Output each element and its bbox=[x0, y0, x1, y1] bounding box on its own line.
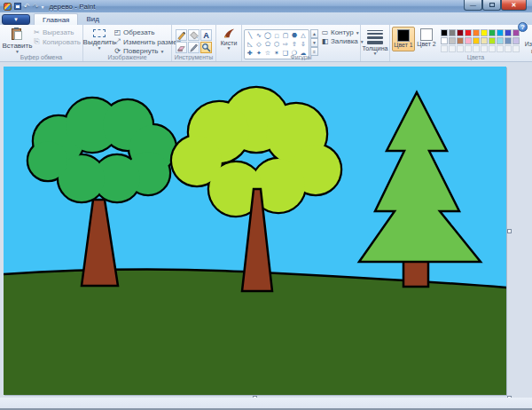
shapes-scroll-down-icon[interactable]: ▼ bbox=[310, 38, 318, 47]
palette-swatch-empty[interactable] bbox=[473, 45, 480, 52]
palette-swatch[interactable] bbox=[512, 37, 520, 44]
tools-group: A Инструменты bbox=[172, 25, 216, 61]
image-group-label: Изображение bbox=[83, 54, 171, 60]
color1-swatch bbox=[397, 29, 410, 42]
shape-8-icon[interactable]: ◇ bbox=[254, 40, 263, 49]
palette-swatch-empty[interactable] bbox=[449, 45, 456, 52]
shape-11-icon[interactable]: ⇨ bbox=[281, 40, 290, 49]
color1-button[interactable]: Цвет 1 bbox=[392, 27, 415, 51]
resize-icon: ⤢ bbox=[113, 37, 121, 46]
paint-app-icon[interactable] bbox=[4, 3, 12, 11]
palette-swatch-empty[interactable] bbox=[512, 45, 520, 52]
maximize-button[interactable] bbox=[482, 0, 501, 11]
palette-swatch[interactable] bbox=[473, 37, 480, 44]
drawing-canvas[interactable] bbox=[4, 67, 506, 395]
palette-swatch[interactable] bbox=[449, 29, 456, 36]
tab-home[interactable]: Главная bbox=[34, 13, 78, 25]
palette-swatch-empty[interactable] bbox=[457, 45, 464, 52]
undo-icon[interactable]: ↶ bbox=[24, 3, 30, 11]
palette-swatch-empty[interactable] bbox=[497, 45, 504, 52]
cut-button[interactable]: ✂ Вырезать bbox=[33, 28, 81, 36]
qat-dropdown-icon[interactable]: ▾ bbox=[41, 4, 43, 10]
palette-swatch[interactable] bbox=[441, 37, 448, 44]
file-menu-button[interactable]: ▼ bbox=[2, 14, 30, 25]
tab-view[interactable]: Вид bbox=[78, 13, 106, 25]
shape-7-icon[interactable]: ◺ bbox=[246, 40, 254, 49]
palette-swatch[interactable] bbox=[497, 29, 504, 36]
fill-button[interactable]: ◧ Заливка ▼ bbox=[321, 37, 364, 45]
tools-group-label: Инструменты bbox=[172, 54, 215, 60]
outline-button[interactable]: ▭ Контур ▼ bbox=[321, 28, 364, 36]
shapes-scrollbar: ▲ ▼ ≡ bbox=[310, 29, 318, 56]
status-bar bbox=[0, 398, 532, 408]
palette-swatch[interactable] bbox=[497, 37, 504, 44]
palette-swatch[interactable] bbox=[489, 29, 496, 36]
eraser-icon bbox=[176, 40, 186, 56]
paste-button[interactable]: Вставить ▼ bbox=[2, 27, 33, 53]
shape-3-icon[interactable]: □ bbox=[272, 31, 281, 40]
palette-swatch[interactable] bbox=[481, 29, 488, 36]
palette-swatch-empty[interactable] bbox=[441, 45, 448, 52]
redo-icon[interactable]: ↷ bbox=[33, 3, 39, 11]
palette-swatch[interactable] bbox=[505, 29, 512, 36]
shape-2-icon[interactable]: ◯ bbox=[263, 31, 272, 40]
palette-swatch[interactable] bbox=[465, 37, 472, 44]
shape-13-icon[interactable]: ⇩ bbox=[299, 40, 308, 49]
palette-swatch[interactable] bbox=[489, 37, 496, 44]
window-controls: — ✕ bbox=[464, 0, 527, 11]
resize-button[interactable]: ⤢ Изменить размер bbox=[113, 37, 181, 46]
palette-swatch[interactable] bbox=[449, 37, 456, 44]
help-icon[interactable]: ? bbox=[518, 22, 528, 32]
brushes-button[interactable]: Кисти ▼ bbox=[218, 27, 239, 50]
shape-4-icon[interactable]: ▢ bbox=[281, 31, 290, 40]
shape-6-icon[interactable]: △ bbox=[299, 31, 308, 40]
palette-swatch[interactable] bbox=[473, 29, 480, 36]
palette-swatch-empty[interactable] bbox=[505, 45, 512, 52]
magnifier-icon bbox=[201, 40, 211, 56]
size-dropdown-icon: ▼ bbox=[373, 51, 378, 55]
save-icon[interactable] bbox=[14, 3, 21, 10]
copy-button[interactable]: ⎘ Копировать bbox=[33, 37, 81, 46]
shape-9-icon[interactable]: ⬠ bbox=[263, 40, 272, 49]
picker-tool[interactable] bbox=[188, 42, 200, 53]
palette-swatch[interactable] bbox=[457, 29, 464, 36]
shape-5-icon[interactable]: ⬣ bbox=[290, 31, 299, 40]
paste-dropdown-icon: ▼ bbox=[15, 50, 20, 53]
select-dropdown-icon: ▼ bbox=[98, 46, 102, 50]
palette-swatch[interactable] bbox=[481, 37, 488, 44]
minimize-button[interactable]: — bbox=[464, 0, 482, 11]
shape-0-icon[interactable]: ╲ bbox=[246, 31, 254, 40]
shape-12-icon[interactable]: ⇧ bbox=[290, 40, 299, 49]
palette-swatch[interactable] bbox=[465, 29, 472, 36]
eraser-tool[interactable] bbox=[176, 42, 187, 53]
palette-swatch[interactable] bbox=[505, 37, 512, 44]
color2-button[interactable]: Цвет 2 bbox=[415, 27, 438, 50]
size-button[interactable]: Толщина ▼ bbox=[363, 27, 387, 55]
palette-swatch-empty[interactable] bbox=[481, 45, 488, 52]
crop-icon: ◰ bbox=[113, 28, 121, 36]
palette-swatch-empty[interactable] bbox=[465, 45, 472, 52]
colors-group: Цвет 1 Цвет 2 Изменение цветов Цвета bbox=[390, 25, 532, 61]
close-button[interactable]: ✕ bbox=[501, 0, 527, 11]
magnifier-tool[interactable] bbox=[200, 42, 212, 53]
select-button[interactable]: Выделить ▼ bbox=[85, 27, 113, 50]
size-group: Толщина ▼ bbox=[361, 25, 390, 61]
shape-1-icon[interactable]: ∿ bbox=[254, 31, 263, 40]
shapes-scroll-up-icon[interactable]: ▲ bbox=[310, 29, 318, 38]
canvas-resize-handle-right[interactable] bbox=[507, 229, 512, 233]
palette-swatch-empty[interactable] bbox=[489, 45, 496, 52]
shape-10-icon[interactable]: ⬡ bbox=[272, 40, 281, 49]
brushes-dropdown-icon: ▼ bbox=[227, 46, 231, 50]
clipboard-group-label: Буфер обмена bbox=[0, 54, 82, 60]
clipboard-icon bbox=[11, 28, 23, 41]
crop-button[interactable]: ◰ Обрезать bbox=[113, 28, 181, 36]
line-thickness-icon bbox=[367, 30, 383, 44]
picker-icon bbox=[189, 40, 199, 56]
palette-swatch[interactable] bbox=[441, 29, 448, 36]
select-rectangle-icon bbox=[93, 29, 106, 37]
maximize-icon bbox=[489, 3, 495, 7]
palette-swatch[interactable] bbox=[457, 37, 464, 44]
quick-access-toolbar: ↶ ↷ ▾ bbox=[4, 3, 43, 11]
colors-group-label: Цвета bbox=[390, 54, 532, 60]
color2-swatch bbox=[420, 28, 433, 41]
